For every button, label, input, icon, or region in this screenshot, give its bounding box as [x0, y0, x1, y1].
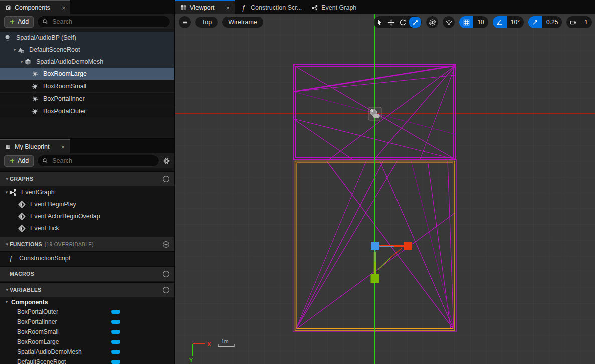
editor-tabstrip: Viewport × ƒ Construction Scr... Event G… [175, 0, 595, 14]
add-variable-button[interactable] [162, 286, 170, 294]
constructionscript-row[interactable]: ƒ ConstructionScript [0, 252, 174, 265]
event-beginplay-row[interactable]: Event BeginPlay [0, 198, 174, 210]
surface-snap-icon [445, 19, 453, 26]
scale-tool-button[interactable] [409, 17, 421, 28]
scale-bar-label: 1m [221, 338, 229, 344]
add-function-button[interactable] [162, 241, 170, 248]
hamburger-menu-icon [181, 19, 189, 26]
expander-icon[interactable]: ▼ [4, 190, 9, 195]
plus-circle-icon [162, 270, 170, 278]
viewport-canvas[interactable]: X Y 1m [175, 14, 595, 364]
settings-gear-button[interactable] [163, 157, 170, 165]
variable-row-spatialaudiodemomesh[interactable]: SpatialAudioDemoMesh [0, 347, 174, 357]
tree-row-label: BoxPortalOuter [43, 108, 86, 115]
tab-viewport[interactable]: Viewport × [175, 0, 235, 14]
add-component-button[interactable]: Add [4, 16, 34, 28]
viewport-options-menu-button[interactable] [178, 16, 191, 29]
grid-snap-toggle[interactable] [459, 16, 473, 28]
add-blueprint-item-button[interactable]: Add [4, 155, 34, 167]
rotate-tool-button[interactable] [397, 16, 409, 28]
surface-snapping-button[interactable] [442, 16, 455, 29]
eventgraph-row[interactable]: ▼ EventGraph [0, 186, 174, 198]
graphs-header-label: GRAPHS [10, 176, 33, 182]
rotation-snap-toggle[interactable] [493, 16, 507, 28]
tree-row-boxroomsmall[interactable]: BoxRoomSmall [0, 80, 174, 92]
tree-row-demo-mesh[interactable]: ▼ SpatialAudioDemoMesh [0, 56, 174, 68]
graphs-section-header[interactable]: ▼ GRAPHS [0, 171, 174, 186]
transform-tool-group [373, 16, 422, 29]
macros-section-header[interactable]: MACROS [0, 266, 174, 281]
expander-icon[interactable]: ▼ [5, 242, 10, 247]
actor-icon [4, 34, 12, 42]
close-icon[interactable]: × [226, 5, 230, 11]
select-tool-button[interactable] [374, 16, 385, 28]
add-button-label: Add [18, 18, 29, 25]
variable-row-boxroomlarge[interactable]: BoxRoomLarge [0, 337, 174, 347]
expander-icon[interactable]: ▼ [12, 48, 17, 52]
gizmo-y-handle[interactable] [371, 274, 379, 283]
expander-icon[interactable]: ▼ [19, 60, 24, 64]
grid-icon [463, 19, 470, 26]
scale-snap-value[interactable]: 0.25 [542, 16, 562, 28]
variable-type-pill [111, 360, 120, 364]
camera-speed-button[interactable] [566, 16, 580, 28]
coordinate-system-button[interactable] [426, 16, 439, 29]
gizmo-center-handle[interactable] [371, 242, 379, 250]
grid-snap-group: 10 [459, 16, 488, 29]
variable-type-pill [111, 340, 120, 344]
add-macro-button[interactable] [162, 270, 170, 278]
tab-viewport-label: Viewport [190, 4, 214, 11]
row-label: Event BeginPlay [30, 201, 76, 208]
functions-section-header[interactable]: ▼ FUNCTIONS (19 OVERRIDABLE) [0, 237, 174, 252]
tree-row-boxportalinner[interactable]: BoxPortalInner [0, 92, 174, 105]
grid-snap-value[interactable]: 10 [473, 16, 488, 28]
translate-tool-button[interactable] [385, 16, 397, 28]
variable-row-defaultsceneroot[interactable]: DefaultSceneRoot [0, 357, 174, 364]
close-icon[interactable]: × [61, 144, 65, 150]
variable-row-boxportalouter[interactable]: BoxPortalOuter [0, 307, 174, 317]
gizmo-x-handle[interactable] [404, 242, 412, 250]
component-sprite-icon[interactable] [368, 107, 381, 120]
my-blueprint-search-input[interactable] [51, 157, 154, 165]
tree-row-self[interactable]: SpatialAudioBP (Self) [0, 32, 174, 44]
variable-row-boxroomsmall[interactable]: BoxRoomSmall [0, 327, 174, 337]
event-actorbeginoverlap-row[interactable]: Event ActorBeginOverlap [0, 210, 174, 222]
view-mode-dropdown[interactable]: Top [195, 16, 218, 28]
tab-my-blueprint[interactable]: My Blueprint × [0, 139, 70, 153]
tab-construction-script[interactable]: ƒ Construction Scr... [235, 0, 307, 14]
components-tree: SpatialAudioBP (Self) ▼ DefaultSceneRoot… [0, 29, 174, 138]
render-mode-dropdown[interactable]: Wireframe [222, 16, 264, 28]
search-icon [42, 19, 48, 25]
tab-components-label: Components [15, 4, 50, 11]
add-button-label: Add [18, 157, 29, 164]
scale-snap-toggle[interactable] [528, 16, 542, 28]
expander-icon[interactable]: ▼ [5, 288, 10, 292]
add-graph-button[interactable] [162, 175, 170, 183]
expander-icon[interactable]: ▼ [5, 177, 10, 181]
variables-category-components[interactable]: ▼ Components [0, 297, 174, 307]
variables-section-header[interactable]: ▼ VARIABLES [0, 282, 174, 297]
tab-components[interactable]: Components × [0, 0, 70, 14]
row-label: Event Tick [30, 225, 59, 232]
variable-label: BoxRoomLarge [17, 338, 59, 345]
expander-icon[interactable]: ▼ [4, 300, 9, 304]
view-mode-label: Top [202, 19, 212, 26]
tree-row-boxportalouter[interactable]: BoxPortalOuter [0, 105, 174, 117]
tab-event-graph[interactable]: Event Graph [307, 0, 361, 14]
rotation-snap-value[interactable]: 10° [507, 16, 524, 28]
function-icon: ƒ [240, 4, 247, 12]
my-blueprint-search [37, 155, 159, 167]
variable-row-boxportalinner[interactable]: BoxPortalInner [0, 317, 174, 327]
my-blueprint-tabstrip: My Blueprint × [0, 139, 174, 153]
camera-speed-value[interactable]: 1 [580, 16, 592, 28]
functions-header-label: FUNCTIONS [10, 241, 42, 247]
components-search [37, 16, 170, 28]
close-icon[interactable]: × [62, 5, 66, 11]
audio-burst-icon [31, 70, 39, 78]
plus-circle-icon [162, 286, 170, 294]
tree-row-scene-root[interactable]: ▼ DefaultSceneRoot [0, 44, 174, 56]
components-search-input[interactable] [51, 18, 165, 26]
tree-row-label: BoxRoomSmall [43, 83, 86, 90]
tree-row-boxroomlarge-selected[interactable]: BoxRoomLarge [0, 68, 174, 80]
event-tick-row[interactable]: Event Tick [0, 222, 174, 234]
